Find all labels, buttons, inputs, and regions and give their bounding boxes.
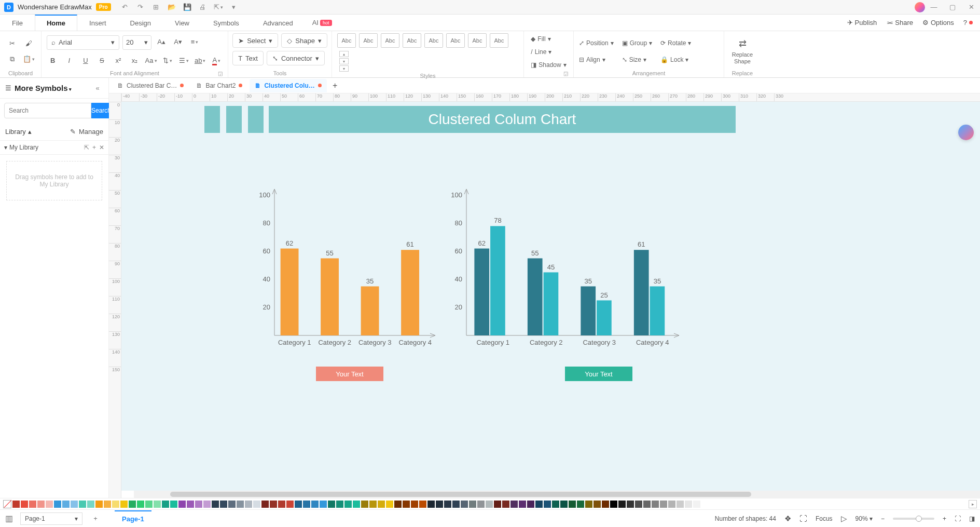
color-swatch-46[interactable] [394,501,402,508]
color-swatch-38[interactable] [328,501,335,508]
zoom-in-icon[interactable]: + [943,515,946,522]
lock-button[interactable]: 🔒Lock▾ [660,54,691,65]
zoom-out-icon[interactable]: − [881,515,885,522]
open-icon[interactable]: 📂 [167,3,176,12]
color-swatch-14[interactable] [129,501,136,508]
horizontal-ruler[interactable]: -40-30-20-100102030405060708090100110120… [121,93,980,102]
color-swatch-83[interactable] [701,501,709,508]
color-swatch-71[interactable] [602,501,609,508]
color-swatch-8[interactable] [79,501,86,508]
menu-tab-view[interactable]: View [163,15,201,31]
line-button[interactable]: /Line▾ [531,46,551,58]
page-tab-1[interactable]: Page-1 [115,510,151,527]
copy-icon[interactable]: ⧉ [5,52,19,66]
color-swatch-58[interactable] [494,501,501,508]
grow-font-icon[interactable]: A▴ [155,35,168,49]
page-panel-icon[interactable]: ▥ [5,514,13,523]
color-swatch-17[interactable] [154,501,161,508]
select-tool-button[interactable]: ➤Select▾ [232,33,278,48]
color-swatch-24[interactable] [212,501,219,508]
color-swatch-52[interactable] [444,501,451,508]
color-swatch-0[interactable] [12,501,20,508]
color-swatch-68[interactable] [577,501,584,508]
search-button[interactable]: Search [91,103,111,118]
color-swatch-67[interactable] [569,501,576,508]
minimize-icon[interactable]: — [929,3,938,12]
shrink-font-icon[interactable]: A▾ [171,35,185,49]
style-scroll-2[interactable]: ▾ [339,65,349,72]
color-swatch-74[interactable] [627,501,634,508]
color-swatch-82[interactable] [693,501,700,508]
paste-icon[interactable]: 📋 [22,52,35,66]
color-swatch-45[interactable] [386,501,393,508]
color-swatch-36[interactable] [311,501,319,508]
strikethrough-icon[interactable]: S [96,54,108,67]
color-swatch-22[interactable] [195,501,202,508]
group-button[interactable]: ▣Group▾ [622,37,652,49]
no-fill-swatch[interactable] [3,500,11,508]
style-swatch-3[interactable]: Abc [403,33,421,48]
style-swatch-6[interactable]: Abc [468,33,487,48]
zoom-thumb-icon[interactable] [916,516,922,522]
color-swatch-33[interactable] [286,501,294,508]
color-swatch-59[interactable] [502,501,509,508]
color-swatch-53[interactable] [452,501,460,508]
color-swatch-63[interactable] [535,501,543,508]
color-swatch-7[interactable] [71,501,78,508]
color-swatch-51[interactable] [436,501,443,508]
subscript-icon[interactable]: x₂ [129,54,141,67]
maximize-icon[interactable]: ▢ [948,3,957,12]
color-swatch-11[interactable] [104,501,111,508]
color-swatch-69[interactable] [585,501,592,508]
color-swatch-28[interactable] [245,501,252,508]
color-swatch-39[interactable] [336,501,343,508]
color-swatch-32[interactable] [278,501,285,508]
format-painter-icon[interactable]: 🖌 [22,37,35,50]
fill-button[interactable]: ◆Fill▾ [531,33,550,45]
color-swatch-30[interactable] [261,501,269,508]
color-swatch-19[interactable] [170,501,177,508]
color-swatch-50[interactable] [427,501,435,508]
color-swatch-6[interactable] [62,501,70,508]
bold-icon[interactable]: B [47,54,59,67]
manage-link[interactable]: ✎Manage [70,128,103,136]
qat-customize-icon[interactable]: ▾ [229,3,239,12]
color-swatch-81[interactable] [685,501,692,508]
color-swatch-40[interactable] [344,501,352,508]
color-swatch-29[interactable] [253,501,260,508]
new-icon[interactable]: ⊞ [151,3,161,12]
symbol-search-input[interactable] [4,103,91,118]
color-swatch-21[interactable] [187,501,194,508]
bullet-list-icon[interactable]: ☰ [177,54,190,67]
panel-title[interactable]: More Symbols [15,84,68,92]
color-swatch-26[interactable] [228,501,236,508]
color-swatch-61[interactable] [519,501,526,508]
font-color-icon[interactable]: A [210,54,223,67]
vertical-ruler[interactable]: 0102030405060708090100110120130140150 [109,93,121,498]
menu-tab-symbols[interactable]: Symbols [201,15,251,31]
color-swatch-18[interactable] [162,501,169,508]
color-swatch-64[interactable] [544,501,551,508]
focus-button[interactable]: Focus [816,515,833,522]
color-swatch-9[interactable] [87,501,94,508]
title-deco-1[interactable] [204,106,220,133]
line-spacing-icon[interactable]: ⇅ [161,54,174,67]
color-swatch-76[interactable] [643,501,651,508]
color-swatch-10[interactable] [95,501,103,508]
color-swatch-48[interactable] [411,501,418,508]
color-swatch-1[interactable] [21,501,28,508]
align-horizontal-icon[interactable]: ≡ [188,35,201,49]
color-swatch-73[interactable] [618,501,626,508]
color-swatch-66[interactable] [560,501,568,508]
zoom-value[interactable]: 90% ▾ [855,515,873,522]
highlight-icon[interactable]: ab [194,54,206,67]
legend-right[interactable]: Your Text [565,367,632,381]
import-library-icon[interactable]: ⇱ [84,144,89,151]
title-deco-2[interactable] [226,106,242,133]
color-swatch-35[interactable] [303,501,310,508]
doc-tab-1[interactable]: 🗎Bar Chart2 [191,79,247,92]
color-swatch-57[interactable] [486,501,493,508]
color-swatch-5[interactable] [54,501,61,508]
font-launcher-icon[interactable]: ◲ [218,71,223,76]
color-swatch-37[interactable] [320,501,327,508]
